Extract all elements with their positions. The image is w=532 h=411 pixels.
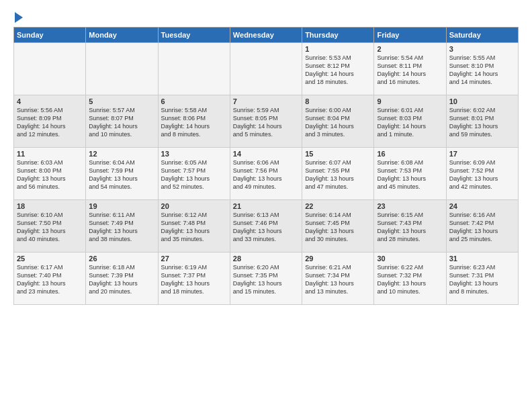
calendar-table: SundayMondayTuesdayWednesdayThursdayFrid… bbox=[13, 27, 519, 305]
day-number: 12 bbox=[89, 150, 154, 158]
day-number: 17 bbox=[449, 150, 515, 158]
day-number: 2 bbox=[377, 45, 443, 53]
calendar-cell: 24Sunrise: 6:16 AM Sunset: 7:42 PM Dayli… bbox=[446, 200, 518, 253]
calendar-cell: 18Sunrise: 6:10 AM Sunset: 7:50 PM Dayli… bbox=[14, 200, 86, 253]
day-info: Sunrise: 6:19 AM Sunset: 7:37 PM Dayligh… bbox=[161, 263, 227, 296]
calendar-cell: 29Sunrise: 6:21 AM Sunset: 7:34 PM Dayli… bbox=[302, 253, 374, 305]
day-info: Sunrise: 6:17 AM Sunset: 7:40 PM Dayligh… bbox=[17, 263, 83, 296]
calendar-cell: 20Sunrise: 6:12 AM Sunset: 7:48 PM Dayli… bbox=[158, 200, 230, 253]
day-info: Sunrise: 6:07 AM Sunset: 7:55 PM Dayligh… bbox=[305, 158, 371, 191]
calendar-cell: 30Sunrise: 6:22 AM Sunset: 7:32 PM Dayli… bbox=[374, 253, 446, 305]
day-number: 31 bbox=[449, 255, 515, 263]
header-row: SundayMondayTuesdayWednesdayThursdayFrid… bbox=[14, 28, 519, 43]
calendar-cell bbox=[230, 43, 302, 95]
calendar-cell bbox=[86, 43, 158, 95]
day-info: Sunrise: 6:22 AM Sunset: 7:32 PM Dayligh… bbox=[377, 263, 443, 296]
day-number: 1 bbox=[305, 45, 371, 53]
day-number: 23 bbox=[377, 202, 443, 210]
week-row-3: 18Sunrise: 6:10 AM Sunset: 7:50 PM Dayli… bbox=[14, 200, 519, 253]
day-info: Sunrise: 6:08 AM Sunset: 7:53 PM Dayligh… bbox=[377, 158, 443, 191]
day-number: 9 bbox=[377, 97, 443, 105]
day-info: Sunrise: 5:58 AM Sunset: 8:06 PM Dayligh… bbox=[161, 106, 227, 139]
day-info: Sunrise: 6:03 AM Sunset: 8:00 PM Dayligh… bbox=[17, 158, 83, 191]
logo-arrow-icon bbox=[15, 12, 23, 23]
day-info: Sunrise: 6:04 AM Sunset: 7:59 PM Dayligh… bbox=[89, 158, 154, 191]
header bbox=[13, 11, 519, 23]
day-number: 15 bbox=[305, 150, 371, 158]
calendar-cell bbox=[14, 43, 86, 95]
header-day-saturday: Saturday bbox=[446, 28, 518, 43]
day-info: Sunrise: 5:54 AM Sunset: 8:11 PM Dayligh… bbox=[377, 54, 443, 87]
calendar-cell: 28Sunrise: 6:20 AM Sunset: 7:35 PM Dayli… bbox=[230, 253, 302, 305]
calendar-cell: 17Sunrise: 6:09 AM Sunset: 7:52 PM Dayli… bbox=[446, 148, 518, 200]
day-number: 22 bbox=[305, 202, 371, 210]
day-info: Sunrise: 5:55 AM Sunset: 8:10 PM Dayligh… bbox=[449, 54, 515, 87]
day-info: Sunrise: 5:59 AM Sunset: 8:05 PM Dayligh… bbox=[233, 106, 299, 139]
calendar-cell: 15Sunrise: 6:07 AM Sunset: 7:55 PM Dayli… bbox=[302, 148, 374, 200]
header-day-wednesday: Wednesday bbox=[230, 28, 302, 43]
week-row-0: 1Sunrise: 5:53 AM Sunset: 8:12 PM Daylig… bbox=[14, 43, 519, 95]
day-info: Sunrise: 6:18 AM Sunset: 7:39 PM Dayligh… bbox=[89, 263, 154, 296]
calendar-cell: 1Sunrise: 5:53 AM Sunset: 8:12 PM Daylig… bbox=[302, 43, 374, 95]
day-info: Sunrise: 6:12 AM Sunset: 7:48 PM Dayligh… bbox=[161, 211, 227, 244]
day-info: Sunrise: 6:15 AM Sunset: 7:43 PM Dayligh… bbox=[377, 211, 443, 244]
day-number: 28 bbox=[233, 255, 299, 263]
day-info: Sunrise: 6:01 AM Sunset: 8:03 PM Dayligh… bbox=[377, 106, 443, 139]
day-info: Sunrise: 6:20 AM Sunset: 7:35 PM Dayligh… bbox=[233, 263, 299, 296]
calendar-cell: 6Sunrise: 5:58 AM Sunset: 8:06 PM Daylig… bbox=[158, 95, 230, 148]
calendar-cell: 22Sunrise: 6:14 AM Sunset: 7:45 PM Dayli… bbox=[302, 200, 374, 253]
calendar-cell: 14Sunrise: 6:06 AM Sunset: 7:56 PM Dayli… bbox=[230, 148, 302, 200]
calendar-cell: 9Sunrise: 6:01 AM Sunset: 8:03 PM Daylig… bbox=[374, 95, 446, 148]
calendar-cell: 21Sunrise: 6:13 AM Sunset: 7:46 PM Dayli… bbox=[230, 200, 302, 253]
day-number: 19 bbox=[89, 202, 154, 210]
calendar-cell: 23Sunrise: 6:15 AM Sunset: 7:43 PM Dayli… bbox=[374, 200, 446, 253]
day-info: Sunrise: 6:16 AM Sunset: 7:42 PM Dayligh… bbox=[449, 211, 515, 244]
day-number: 25 bbox=[17, 255, 83, 263]
day-number: 27 bbox=[161, 255, 227, 263]
calendar-cell: 4Sunrise: 5:56 AM Sunset: 8:09 PM Daylig… bbox=[14, 95, 86, 148]
day-number: 16 bbox=[377, 150, 443, 158]
logo-text bbox=[13, 11, 23, 23]
calendar-cell: 11Sunrise: 6:03 AM Sunset: 8:00 PM Dayli… bbox=[14, 148, 86, 200]
day-number: 26 bbox=[89, 255, 154, 263]
calendar-cell: 31Sunrise: 6:23 AM Sunset: 7:31 PM Dayli… bbox=[446, 253, 518, 305]
calendar-cell: 7Sunrise: 5:59 AM Sunset: 8:05 PM Daylig… bbox=[230, 95, 302, 148]
day-info: Sunrise: 5:53 AM Sunset: 8:12 PM Dayligh… bbox=[305, 54, 371, 87]
day-info: Sunrise: 6:09 AM Sunset: 7:52 PM Dayligh… bbox=[449, 158, 515, 191]
logo bbox=[13, 11, 23, 23]
calendar-cell: 26Sunrise: 6:18 AM Sunset: 7:39 PM Dayli… bbox=[86, 253, 158, 305]
day-number: 21 bbox=[233, 202, 299, 210]
day-info: Sunrise: 6:10 AM Sunset: 7:50 PM Dayligh… bbox=[17, 211, 83, 244]
day-number: 3 bbox=[449, 45, 515, 53]
day-number: 29 bbox=[305, 255, 371, 263]
calendar-cell: 10Sunrise: 6:02 AM Sunset: 8:01 PM Dayli… bbox=[446, 95, 518, 148]
calendar-cell: 19Sunrise: 6:11 AM Sunset: 7:49 PM Dayli… bbox=[86, 200, 158, 253]
header-day-tuesday: Tuesday bbox=[158, 28, 230, 43]
day-number: 7 bbox=[233, 97, 299, 105]
day-info: Sunrise: 6:06 AM Sunset: 7:56 PM Dayligh… bbox=[233, 158, 299, 191]
day-number: 18 bbox=[17, 202, 83, 210]
header-day-monday: Monday bbox=[86, 28, 158, 43]
header-day-friday: Friday bbox=[374, 28, 446, 43]
day-number: 13 bbox=[161, 150, 227, 158]
day-number: 6 bbox=[161, 97, 227, 105]
day-number: 4 bbox=[17, 97, 83, 105]
day-info: Sunrise: 6:11 AM Sunset: 7:49 PM Dayligh… bbox=[89, 211, 154, 244]
calendar-cell: 25Sunrise: 6:17 AM Sunset: 7:40 PM Dayli… bbox=[14, 253, 86, 305]
day-number: 30 bbox=[377, 255, 443, 263]
calendar-cell: 27Sunrise: 6:19 AM Sunset: 7:37 PM Dayli… bbox=[158, 253, 230, 305]
day-info: Sunrise: 5:56 AM Sunset: 8:09 PM Dayligh… bbox=[17, 106, 83, 139]
day-info: Sunrise: 6:23 AM Sunset: 7:31 PM Dayligh… bbox=[449, 263, 515, 296]
header-day-sunday: Sunday bbox=[14, 28, 86, 43]
calendar-cell: 2Sunrise: 5:54 AM Sunset: 8:11 PM Daylig… bbox=[374, 43, 446, 95]
page: SundayMondayTuesdayWednesdayThursdayFrid… bbox=[0, 0, 532, 312]
calendar-cell: 8Sunrise: 6:00 AM Sunset: 8:04 PM Daylig… bbox=[302, 95, 374, 148]
week-row-2: 11Sunrise: 6:03 AM Sunset: 8:00 PM Dayli… bbox=[14, 148, 519, 200]
day-number: 10 bbox=[449, 97, 515, 105]
calendar-cell: 3Sunrise: 5:55 AM Sunset: 8:10 PM Daylig… bbox=[446, 43, 518, 95]
week-row-4: 25Sunrise: 6:17 AM Sunset: 7:40 PM Dayli… bbox=[14, 253, 519, 305]
day-info: Sunrise: 5:57 AM Sunset: 8:07 PM Dayligh… bbox=[89, 106, 154, 139]
day-info: Sunrise: 6:00 AM Sunset: 8:04 PM Dayligh… bbox=[305, 106, 371, 139]
day-number: 11 bbox=[17, 150, 83, 158]
day-info: Sunrise: 6:02 AM Sunset: 8:01 PM Dayligh… bbox=[449, 106, 515, 139]
